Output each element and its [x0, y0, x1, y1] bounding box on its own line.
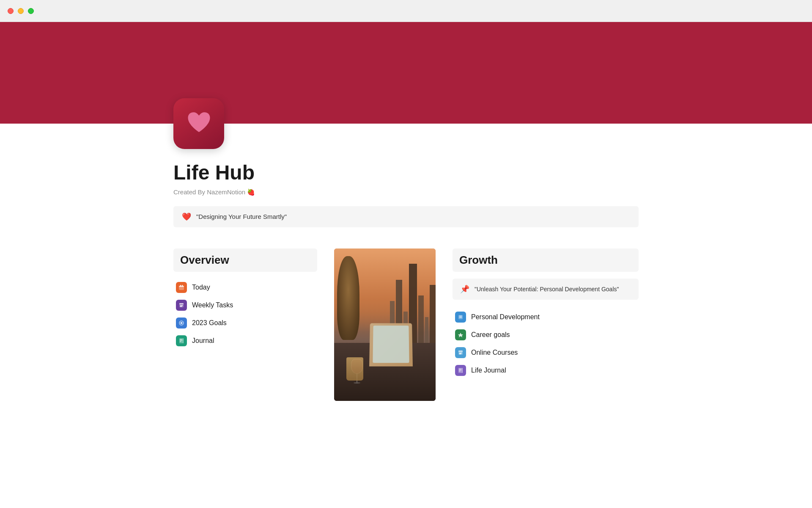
- svg-rect-17: [459, 317, 462, 318]
- nav-item-weekly-tasks[interactable]: Weekly Tasks: [173, 296, 317, 314]
- weekly-tasks-icon: [176, 300, 187, 311]
- growth-quote-block: 📌 "Unleash Your Potential: Personal Deve…: [453, 279, 639, 300]
- nav-item-online-courses[interactable]: Online Courses: [453, 344, 639, 362]
- city-photo: [334, 248, 436, 401]
- nav-item-personal-development[interactable]: Personal Development: [453, 308, 639, 326]
- heart-icon: [185, 110, 213, 138]
- goals-label: 2023 Goals: [192, 319, 227, 327]
- svg-rect-3: [182, 285, 183, 287]
- today-icon: [176, 282, 187, 293]
- goals-icon: [176, 318, 187, 329]
- table-surface: [334, 343, 436, 401]
- svg-rect-11: [180, 339, 182, 340]
- online-courses-icon: [455, 347, 466, 358]
- logo-area: [173, 98, 639, 149]
- career-goals-icon: [455, 329, 466, 340]
- svg-rect-27: [462, 368, 463, 373]
- laptop-body: [369, 323, 413, 367]
- quote-text: "Designing Your Future Smartly": [196, 213, 287, 220]
- growth-heading: Growth: [453, 248, 639, 272]
- personal-dev-label: Personal Development: [471, 313, 540, 321]
- personal-dev-icon: [455, 312, 466, 323]
- journal-label: Journal: [192, 337, 214, 345]
- page-title: Life Hub: [173, 162, 639, 184]
- online-courses-label: Online Courses: [471, 349, 518, 356]
- today-label: Today: [192, 284, 210, 291]
- svg-rect-13: [180, 341, 181, 342]
- nav-item-life-journal[interactable]: Life Journal: [453, 362, 639, 379]
- growth-quote-text: "Unleash Your Potential: Personal Develo…: [475, 286, 619, 293]
- svg-rect-26: [459, 371, 461, 371]
- nav-item-today[interactable]: Today: [173, 279, 317, 296]
- svg-point-9: [181, 322, 183, 324]
- overview-heading: Overview: [173, 248, 317, 272]
- nav-item-journal[interactable]: Journal: [173, 332, 317, 350]
- minimize-button[interactable]: [18, 8, 24, 14]
- svg-rect-16: [459, 316, 462, 317]
- svg-rect-5: [179, 303, 184, 304]
- nav-item-career-goals[interactable]: Career goals: [453, 326, 639, 344]
- growth-section: Growth 📌 "Unleash Your Potential: Person…: [453, 248, 639, 379]
- weekly-tasks-label: Weekly Tasks: [192, 301, 233, 309]
- career-goals-label: Career goals: [471, 331, 510, 339]
- maximize-button[interactable]: [28, 8, 34, 14]
- life-journal-icon: [455, 365, 466, 376]
- created-by: Created By NazemNotion 🍓: [173, 188, 639, 196]
- titlebar: [0, 0, 812, 22]
- svg-rect-25: [459, 370, 461, 370]
- svg-rect-10: [179, 338, 183, 343]
- three-col-layout: Overview Today: [173, 248, 639, 401]
- close-button[interactable]: [8, 8, 14, 14]
- svg-rect-23: [458, 368, 462, 373]
- svg-rect-20: [458, 351, 463, 352]
- candle-cup: [346, 357, 363, 381]
- svg-rect-12: [180, 340, 182, 340]
- svg-rect-2: [180, 285, 181, 287]
- journal-icon: [176, 335, 187, 346]
- quote-emoji: ❤️: [182, 212, 191, 221]
- center-image-column: [334, 248, 436, 401]
- life-journal-label: Life Journal: [471, 367, 506, 374]
- lamp-shade: [337, 256, 359, 340]
- svg-rect-24: [459, 369, 461, 369]
- svg-rect-1: [179, 286, 184, 287]
- svg-marker-18: [458, 333, 463, 337]
- overview-section: Overview Today: [173, 248, 317, 350]
- quote-block: ❤️ "Designing Your Future Smartly": [173, 206, 639, 227]
- svg-rect-14: [183, 338, 184, 343]
- growth-pin-emoji: 📌: [460, 284, 469, 294]
- nav-item-2023-goals[interactable]: 2023 Goals: [173, 314, 317, 332]
- app-icon: [173, 98, 224, 149]
